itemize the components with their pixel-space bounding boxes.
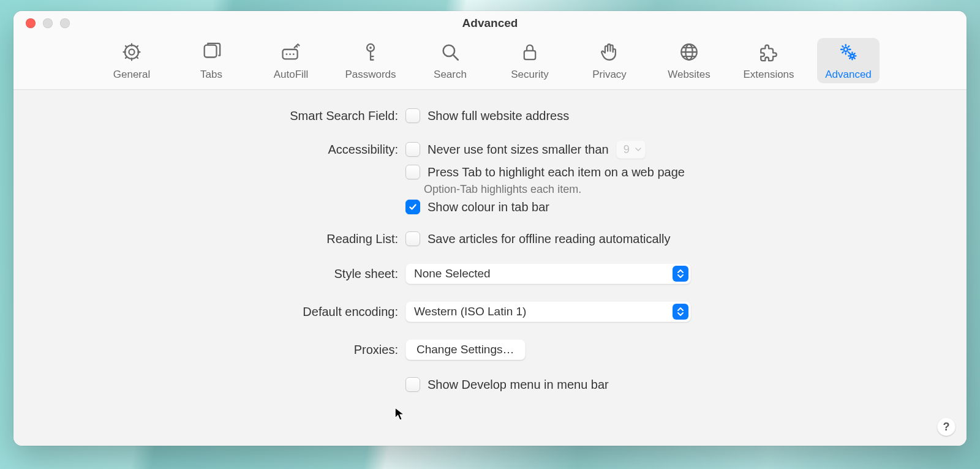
preferences-content: Smart Search Field: Show full website ad… xyxy=(13,90,967,446)
hand-icon xyxy=(599,42,620,65)
gear-icon xyxy=(121,42,142,65)
min-font-label: Never use font sizes smaller than xyxy=(428,143,609,157)
toolbar-label: Security xyxy=(511,69,548,81)
tab-highlight-label: Press Tab to highlight each item on a we… xyxy=(428,165,685,179)
min-font-checkbox[interactable] xyxy=(405,142,420,157)
svg-rect-2 xyxy=(205,45,217,58)
traffic-lights xyxy=(13,18,70,28)
show-full-address-label: Show full website address xyxy=(428,109,569,123)
default-encoding-select[interactable]: Western (ISO Latin 1) xyxy=(405,301,691,322)
style-sheet-label: Style sheet: xyxy=(13,267,405,281)
svg-rect-10 xyxy=(524,51,535,59)
svg-point-1 xyxy=(125,45,138,59)
updown-icon xyxy=(673,266,688,282)
lock-icon xyxy=(519,42,540,65)
show-full-address-checkbox[interactable] xyxy=(405,108,420,123)
default-encoding-label: Default encoding: xyxy=(13,305,405,319)
min-font-value: 9 xyxy=(624,143,630,156)
toolbar-item-passwords[interactable]: Passwords xyxy=(339,38,402,83)
updown-icon xyxy=(673,304,688,320)
default-encoding-value: Western (ISO Latin 1) xyxy=(414,305,526,318)
svg-point-6 xyxy=(293,53,295,55)
toolbar-label: Websites xyxy=(668,69,710,81)
toolbar-label: Search xyxy=(434,69,467,81)
preferences-toolbar: General Tabs xyxy=(13,36,967,89)
svg-point-8 xyxy=(369,47,372,49)
change-settings-label: Change Settings… xyxy=(417,343,514,356)
smart-search-label: Smart Search Field: xyxy=(13,109,405,123)
tabs-icon xyxy=(201,42,222,65)
key-icon xyxy=(360,42,381,65)
toolbar-item-general[interactable]: General xyxy=(100,38,163,83)
help-button[interactable]: ? xyxy=(937,418,956,436)
titlebar: Advanced xyxy=(13,11,967,36)
toolbar-item-tabs[interactable]: Tabs xyxy=(180,38,243,83)
reading-list-label: Reading List: xyxy=(13,232,405,246)
globe-icon xyxy=(679,42,699,65)
titlebar-area: Advanced General xyxy=(13,11,967,90)
style-sheet-value: None Selected xyxy=(414,267,491,280)
min-font-select[interactable]: 9 xyxy=(616,140,646,159)
preferences-window: Advanced General xyxy=(13,11,967,446)
show-colour-tab-label: Show colour in tab bar xyxy=(428,200,549,214)
toolbar-label: Advanced xyxy=(825,69,872,81)
tab-highlight-hint: Option-Tab highlights each item. xyxy=(405,183,967,196)
toolbar-label: Tabs xyxy=(200,69,222,81)
style-sheet-select[interactable]: None Selected xyxy=(405,263,691,284)
svg-point-5 xyxy=(289,53,291,55)
help-label: ? xyxy=(943,421,950,433)
toolbar-label: Extensions xyxy=(743,69,794,81)
toolbar-item-extensions[interactable]: Extensions xyxy=(737,38,800,83)
toolbar-item-advanced[interactable]: Advanced xyxy=(817,38,880,83)
svg-point-4 xyxy=(286,53,288,55)
toolbar-item-search[interactable]: Search xyxy=(419,38,481,83)
develop-menu-checkbox[interactable] xyxy=(405,377,420,392)
zoom-window-button[interactable] xyxy=(60,18,70,28)
toolbar-label: Passwords xyxy=(345,69,396,81)
svg-point-0 xyxy=(129,49,134,54)
gears-icon xyxy=(838,42,859,65)
toolbar-item-security[interactable]: Security xyxy=(499,38,561,83)
svg-point-13 xyxy=(844,48,848,51)
toolbar-label: General xyxy=(113,69,150,81)
search-icon xyxy=(440,42,461,65)
chevron-down-icon xyxy=(635,147,642,152)
show-colour-tab-checkbox[interactable] xyxy=(405,200,420,214)
change-settings-button[interactable]: Change Settings… xyxy=(405,339,526,360)
toolbar-label: Privacy xyxy=(592,69,627,81)
toolbar-label: AutoFill xyxy=(274,69,309,81)
close-window-button[interactable] xyxy=(26,18,36,28)
toolbar-item-websites[interactable]: Websites xyxy=(658,38,720,83)
proxies-label: Proxies: xyxy=(13,343,405,357)
minimize-window-button[interactable] xyxy=(43,18,53,28)
window-title: Advanced xyxy=(13,17,967,30)
accessibility-label: Accessibility: xyxy=(13,143,405,157)
cursor-icon xyxy=(394,407,407,421)
autofill-icon xyxy=(281,42,301,65)
tab-highlight-checkbox[interactable] xyxy=(405,165,420,179)
save-offline-label: Save articles for offline reading automa… xyxy=(428,232,671,246)
toolbar-item-autofill[interactable]: AutoFill xyxy=(260,38,322,83)
save-offline-checkbox[interactable] xyxy=(405,231,420,246)
toolbar-item-privacy[interactable]: Privacy xyxy=(578,38,641,83)
develop-menu-label: Show Develop menu in menu bar xyxy=(428,378,609,392)
puzzle-icon xyxy=(758,42,779,65)
svg-point-14 xyxy=(851,54,854,58)
